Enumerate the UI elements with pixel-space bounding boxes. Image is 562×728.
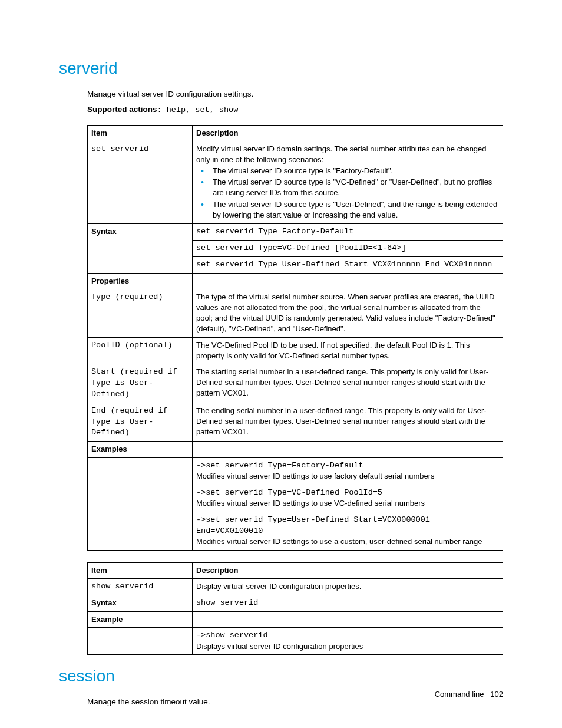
ex1-desc: Modifies virtual server ID settings to u…: [196, 471, 499, 482]
ex-empty-2: [88, 627, 193, 654]
supported-actions: Supported actions: help, set, show: [87, 104, 503, 116]
ex3: ->set serverid Type=User-Defined Start=V…: [193, 512, 503, 550]
ex2-cmd: ->set serverid Type=VC-Defined PoolId=5: [196, 487, 499, 499]
ex3-cmd: ->set serverid Type=User-Defined Start=V…: [196, 515, 499, 537]
heading-serverid: serverid: [59, 59, 503, 78]
set-cmd: set serverid: [88, 141, 193, 223]
examples-label: Examples: [88, 442, 193, 457]
ex1: ->set serverid Type=Factory-Default Modi…: [193, 457, 503, 485]
example-label-2: Example: [88, 611, 193, 627]
show-desc: Display virtual server ID configuration …: [193, 578, 503, 595]
syntax-3: set serverid Type=User-Defined Start=VCX…: [193, 256, 503, 273]
start-desc: The starting serial number in a user-def…: [193, 364, 503, 403]
ex2: ->set serverid Type=VC-Defined PoolId=5 …: [193, 485, 503, 512]
heading-session: session: [59, 667, 503, 686]
properties-label: Properties: [88, 273, 193, 289]
set-desc: Modify virtual server ID domain settings…: [193, 141, 503, 223]
bullet-3: The virtual server ID source type is "Us…: [208, 199, 499, 220]
ex1-empty: [88, 457, 193, 485]
manage-text: Manage virtual server ID configuration s…: [87, 88, 503, 100]
syntax-1: set serverid Type=Factory-Default: [193, 224, 503, 241]
syntax-2: set serverid Type=VC-Defined [PoolID=<1-…: [193, 240, 503, 256]
syntax-cmd-2: show serverid: [193, 595, 503, 611]
syntax-label: Syntax: [88, 224, 193, 274]
ex2-empty: [88, 485, 193, 512]
properties-empty: [193, 273, 503, 289]
ex-2: ->show serverid Displays virtual server …: [193, 627, 503, 654]
show-cmd: show serverid: [88, 578, 193, 595]
supported-values: : help, set, show: [157, 106, 239, 114]
poolid-label: PoolID (optional): [88, 337, 193, 364]
th-desc-2: Description: [193, 562, 503, 578]
ex-desc-2: Displays virtual server ID configuration…: [196, 641, 499, 652]
ex1-cmd: ->set serverid Type=Factory-Default: [196, 460, 499, 472]
ex3-desc: Modifies virtual server ID settings to u…: [196, 536, 499, 547]
syntax-label-2: Syntax: [88, 595, 193, 611]
set-desc-intro: Modify virtual server ID domain settings…: [196, 144, 499, 165]
serverid-intro: Manage virtual server ID configuration s…: [87, 88, 503, 117]
footer-section: Command line: [435, 690, 484, 699]
poolid-desc: The VC-Defined Pool ID to be used. If no…: [193, 337, 503, 364]
ex3-empty: [88, 512, 193, 550]
serverid-set-table: Item Description set serverid Modify vir…: [87, 125, 503, 551]
examples-empty: [193, 442, 503, 457]
bullet-2: The virtual server ID source type is "VC…: [208, 177, 499, 198]
page-footer: Command line 102: [435, 690, 503, 699]
supported-label: Supported actions: [87, 105, 157, 114]
start-label: Start (required if Type is User-Defined): [88, 364, 193, 403]
ex-cmd-2: ->show serverid: [196, 630, 499, 641]
example-empty-2: [193, 611, 503, 627]
type-label: Type (required): [88, 289, 193, 337]
footer-page: 102: [490, 690, 503, 699]
th-item: Item: [88, 125, 193, 141]
end-label: End (required if Type is User-Defined): [88, 403, 193, 442]
ex2-desc: Modifies virtual server ID settings to u…: [196, 498, 499, 509]
bullet-1: The virtual server ID source type is "Fa…: [208, 166, 499, 176]
type-desc: The type of the virtual serial number so…: [193, 289, 503, 337]
serverid-show-table: Item Description show serverid Display v…: [87, 562, 503, 655]
end-desc: The ending serial number in a user-defin…: [193, 403, 503, 442]
th-item-2: Item: [88, 562, 193, 578]
th-desc: Description: [193, 125, 503, 141]
